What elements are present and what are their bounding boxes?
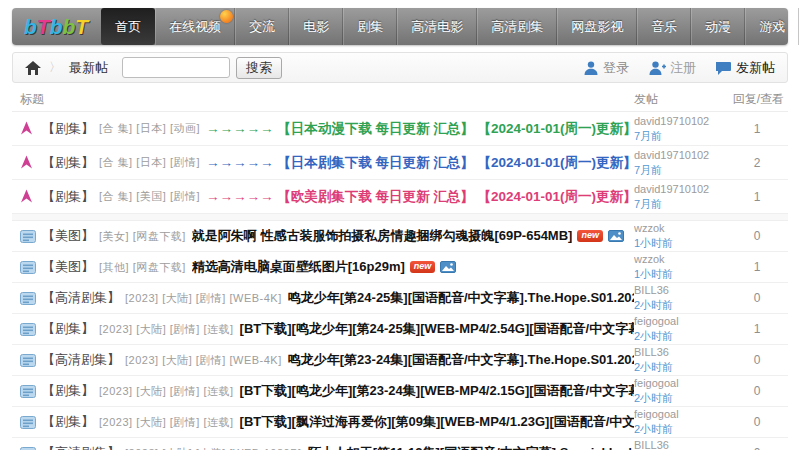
new-badge: new [577, 230, 603, 242]
author-link[interactable]: david19710102 [634, 115, 709, 127]
post-title-link[interactable]: [BT下载][飘洋过海再爱你][第09集][WEB-MP4/1.23G][国语配… [240, 413, 634, 431]
top-navbar: bTbbT 首页 在线视频 交流 电影 剧集 高清电影 高清剧集 网盘影视 音乐… [12, 8, 788, 45]
topic-icon [20, 230, 36, 243]
topic-icon [20, 416, 36, 429]
speech-bubble-icon [716, 61, 732, 75]
nav-item-1[interactable]: 在线视频 [155, 8, 235, 45]
reply-count: 0 [726, 291, 788, 305]
reply-count: 0 [726, 415, 788, 429]
post-title-link[interactable]: [BT下载][鸣龙少年][第24-25集][WEB-MP4/2.54G][国语配… [240, 320, 634, 338]
register-button[interactable]: 注册 [649, 59, 696, 77]
user-icon [584, 61, 599, 75]
logo-letter: T [37, 16, 49, 37]
category-link[interactable]: 【剧集】 [42, 188, 94, 206]
author-link[interactable]: BILL36 [634, 439, 669, 450]
category-link[interactable]: 【剧集】 [42, 382, 94, 400]
author-link[interactable]: david19710102 [634, 149, 709, 161]
login-button[interactable]: 登录 [584, 59, 629, 77]
reply-count: 0 [726, 446, 788, 450]
author-link[interactable]: feigogoal [634, 377, 679, 389]
nav-item-3[interactable]: 电影 [289, 8, 343, 45]
nav-item-7[interactable]: 网盘影视 [557, 8, 637, 45]
topic-icon [20, 292, 36, 305]
post-title-link[interactable]: 就是阿朱啊 性感古装服饰拍摄私房情趣捆绑勾魂摄魄[69P-654MB] [192, 227, 573, 245]
tag-list: [美女] [网盘下载] [99, 229, 186, 244]
nav-item-0[interactable]: 首页 [101, 8, 155, 45]
table-row: 【剧集】 [2023] [大陆] [剧情] [连载] [BT下载][鸣龙少年][… [12, 376, 788, 407]
post-title-link[interactable]: 鸣龙少年[第24-25集][国语配音/中文字幕].The.Hope.S01.20… [288, 289, 634, 307]
post-time: 2小时前 [634, 299, 673, 311]
category-link[interactable]: 【剧集】 [42, 320, 94, 338]
post-title-link[interactable]: 鸣龙少年[第23-24集][国语配音/中文字幕].The.Hope.S01.20… [288, 351, 634, 369]
pinned-topic-icon [20, 155, 33, 170]
reply-count: 0 [726, 353, 788, 367]
breadcrumb-separator: 〉 [49, 59, 61, 76]
nav-item-9[interactable]: 动漫 [691, 8, 745, 45]
table-row: 【剧集】 [合 集] [美国] [剧情] →→→→→ 【欧美剧集下载 每日更新 … [12, 180, 788, 214]
nav-item-2[interactable]: 交流 [235, 8, 289, 45]
tag-list: [合 集] [美国] [剧情] [99, 189, 200, 204]
site-logo[interactable]: bTbbT [12, 8, 101, 45]
category-link[interactable]: 【高清剧集】 [42, 444, 120, 450]
category-link[interactable]: 【剧集】 [42, 120, 94, 138]
home-icon[interactable] [25, 61, 41, 75]
category-link[interactable]: 【美图】 [42, 258, 94, 276]
category-link[interactable]: 【美图】 [42, 227, 94, 245]
category-link[interactable]: 【剧集】 [42, 154, 94, 172]
tag-list: [2023] [大陆] [剧情] [WEB-4K] [125, 291, 282, 306]
image-attachment-icon [440, 261, 456, 273]
tag-list: [2023] [大陆] [剧情] [连载] [99, 384, 234, 399]
topic-icon [20, 354, 36, 367]
table-row: 【美图】 [其他] [网盘下载] 精选高清电脑桌面壁纸图片[16p29m] ne… [12, 252, 788, 283]
post-title-link[interactable]: 陌上人如玉[第11-12集][国语配音/中文字幕].Special.Lady.S… [308, 444, 634, 450]
post-time: 7月前 [634, 198, 662, 210]
table-header: 标题 发帖 回复/查看 [12, 87, 788, 112]
table-row: 【剧集】 [2023] [大陆] [剧情] [连载] [BT下载][鸣龙少年][… [12, 314, 788, 345]
pinned-topic-icon [20, 189, 33, 204]
post-time: 2小时前 [634, 392, 673, 404]
reply-count: 1 [726, 122, 788, 136]
author-link[interactable]: wzzok [634, 253, 665, 265]
logo-letter: b [62, 16, 74, 37]
nav-item-4[interactable]: 剧集 [343, 8, 397, 45]
category-link[interactable]: 【剧集】 [42, 413, 94, 431]
post-title-link[interactable]: [BT下载][鸣龙少年][第23-24集][WEB-MP4/2.15G][国语配… [240, 382, 634, 400]
post-time: 7月前 [634, 164, 662, 176]
new-post-button[interactable]: 发新帖 [716, 59, 775, 77]
post-title-link[interactable]: →→→→→ 【日本动漫下载 每日更新 汇总】 【2024-01-01(周一)更新… [206, 120, 634, 138]
tag-list: [2023] [大陆] [古装] [WEB-1080P] [125, 446, 302, 450]
author-link[interactable]: feigogoal [634, 315, 679, 327]
author-link[interactable]: BILL36 [634, 346, 669, 358]
logo-letter: b [50, 16, 62, 37]
search-input[interactable] [122, 57, 230, 78]
nav-item-8[interactable]: 音乐 [637, 8, 691, 45]
search-button[interactable]: 搜索 [236, 57, 282, 79]
post-title-link[interactable]: →→→→→ 【日本剧集下载 每日更新 汇总】 【2024-01-01(周一)更新… [206, 154, 634, 172]
section-divider [12, 214, 788, 221]
pinned-topic-icon [20, 121, 33, 136]
nav-item-10[interactable]: 游戏 [745, 8, 799, 45]
post-title-link[interactable]: 精选高清电脑桌面壁纸图片[16p29m] [192, 258, 405, 276]
post-time: 2小时前 [634, 361, 673, 373]
post-time: 2小时前 [634, 423, 673, 435]
category-link[interactable]: 【高清剧集】 [42, 351, 120, 369]
post-time: 2小时前 [634, 330, 673, 342]
category-link[interactable]: 【高清剧集】 [42, 289, 120, 307]
author-link[interactable]: david19710102 [634, 183, 709, 195]
table-row: 【美图】 [美女] [网盘下载] 就是阿朱啊 性感古装服饰拍摄私房情趣捆绑勾魂摄… [12, 221, 788, 252]
author-link[interactable]: feigogoal [634, 408, 679, 420]
tag-list: [其他] [网盘下载] [99, 260, 186, 275]
post-time: 1小时前 [634, 237, 673, 249]
author-link[interactable]: BILL36 [634, 284, 669, 296]
post-title-link[interactable]: →→→→→ 【欧美剧集下载 每日更新 汇总】 【2024-01-01(周一)更新… [206, 188, 634, 206]
reply-count: 0 [726, 229, 788, 243]
column-header-replies: 回复/查看 [726, 91, 788, 108]
breadcrumb[interactable]: 最新帖 [69, 59, 108, 77]
nav-item-5[interactable]: 高清电影 [397, 8, 477, 45]
table-row: 【高清剧集】 [2023] [大陆] [剧情] [WEB-4K] 鸣龙少年[第2… [12, 283, 788, 314]
image-attachment-icon [608, 230, 624, 242]
author-link[interactable]: wzzok [634, 222, 665, 234]
post-time: 1小时前 [634, 268, 673, 280]
nav-item-6[interactable]: 高清剧集 [477, 8, 557, 45]
tag-list: [2023] [大陆] [剧情] [连载] [99, 415, 234, 430]
